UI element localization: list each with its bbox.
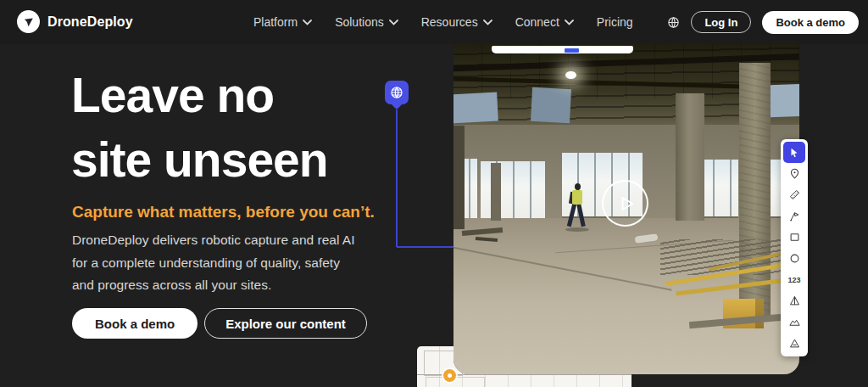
nav-label: Solutions [335,15,384,29]
nav-item-resources[interactable]: Resources [421,15,492,29]
brand-name: DroneDeploy [47,14,133,30]
circle-icon [788,252,801,265]
nav-item-platform[interactable]: Platform [253,15,312,29]
scene-duct [453,93,498,124]
connector-line-horizontal [397,246,454,248]
tool-measure-distance[interactable] [783,184,805,205]
scene-column [676,93,704,221]
video-scrubber-bar[interactable] [492,46,633,53]
scene-ceiling-light [565,71,576,79]
tool-count[interactable]: 123 [783,269,805,290]
volume-icon [788,294,801,307]
worker-head [575,183,581,190]
site-walkthrough-video[interactable] [453,44,799,374]
nav-item-pricing[interactable]: Pricing [597,15,633,29]
main-nav: Platform Solutions Resources Connect Pri… [253,0,633,44]
location-pin-icon [788,167,801,180]
scene-column [491,163,501,221]
slope-icon [788,337,801,350]
scene-column [453,126,465,229]
hero-title: Leave no site unseen [71,63,328,192]
hero-description-line: for a complete understanding of quality,… [72,252,354,275]
tool-slope[interactable] [783,333,805,354]
worker-safety-vest [572,190,582,205]
hero-description-line: and progress across all your sites. [72,274,354,297]
dronedeploy-landing-page: DroneDeploy Platform Solutions Resources… [0,0,868,387]
book-demo-button[interactable]: Book a demo [72,308,198,339]
map-annotation-toolbar: 123 [781,139,808,356]
tool-ellipse[interactable] [783,248,805,269]
worker-shadow [565,227,589,232]
worker-leg [567,204,576,227]
ruler-icon [788,188,801,201]
chevron-down-icon [389,20,398,25]
tool-select[interactable] [783,142,805,163]
language-globe-icon[interactable] [667,16,680,29]
top-nav-bar: DroneDeploy Platform Solutions Resources… [0,0,868,44]
hero-tagline: Capture what matters, before you can’t. [72,203,375,222]
explore-content-button[interactable]: Explore our content [204,308,367,339]
nav-item-connect[interactable]: Connect [515,15,574,29]
hero-title-line2: site unseen [71,127,328,192]
hero-cta-group: Book a demo Explore our content [72,308,367,339]
tool-volume[interactable] [783,290,805,311]
cursor-icon [788,147,800,159]
globe-poi-badge[interactable] [385,81,409,104]
brand-logo[interactable]: DroneDeploy [17,10,133,33]
hero-title-line1: Leave no [71,63,328,127]
play-button[interactable] [602,180,648,227]
connector-line-vertical [396,109,398,247]
dronedeploy-logo-icon [17,10,40,33]
tool-location-marker[interactable] [783,163,805,184]
floorplan-annotation-marker[interactable] [443,369,456,382]
globe-icon [390,86,403,99]
hero-description-line: DroneDeploy delivers robotic capture and… [72,229,354,252]
video-scrubber-position[interactable] [565,48,579,53]
chevron-down-icon [303,20,312,25]
nav-label: Resources [421,15,478,29]
tool-elevation[interactable] [783,311,805,333]
elevation-icon [788,316,801,328]
scene-metal-studs [660,239,799,275]
scene-duct [531,87,571,123]
header-book-demo-button[interactable]: Book a demo [762,11,859,34]
nav-label: Connect [515,15,559,29]
polyline-icon [788,210,801,222]
tool-rectangle[interactable] [783,227,805,248]
rectangle-icon [788,231,801,244]
chevron-down-icon [483,20,492,25]
nav-label: Platform [253,15,298,29]
nav-label: Pricing [597,15,633,29]
header-actions: Log In Book a demo [667,0,859,44]
login-button[interactable]: Log In [691,11,751,33]
hero-description: DroneDeploy delivers robotic capture and… [72,229,354,297]
scene-column [739,63,771,317]
count-icon: 123 [787,276,800,284]
nav-item-solutions[interactable]: Solutions [335,15,398,29]
play-icon [618,194,637,213]
worker-leg [576,204,586,227]
scene-construction-worker [562,183,596,233]
tool-polyline[interactable] [783,205,805,227]
chevron-down-icon [565,20,574,25]
